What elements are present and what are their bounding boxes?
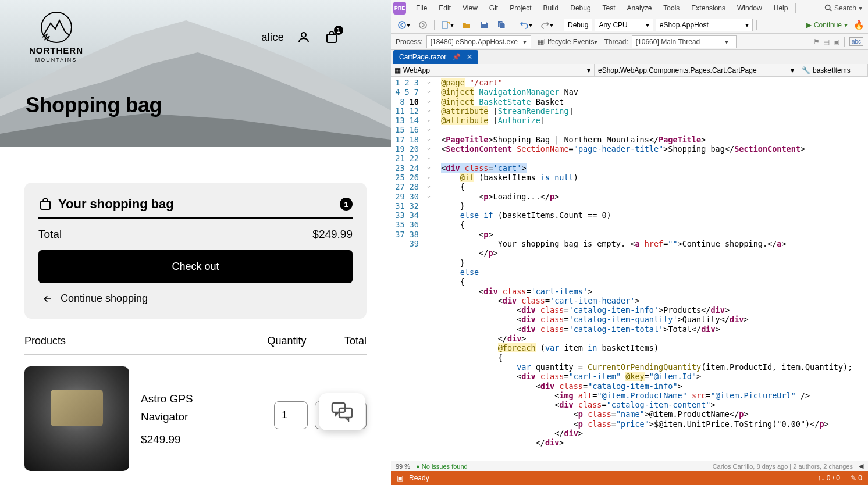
- output-icon[interactable]: ▣: [397, 474, 403, 482]
- menu-debug[interactable]: Debug: [565, 2, 596, 15]
- menu-extensions[interactable]: Extensions: [686, 2, 731, 15]
- product-name-2[interactable]: Navigator: [141, 410, 274, 425]
- vs-statusbar: ▣ Ready ↑↓ 0 / 0 ✎ 0: [391, 471, 868, 485]
- page-title: Shopping bag: [26, 93, 162, 117]
- continue-button[interactable]: ▶ Continue ▾: [806, 21, 848, 29]
- cart-item-row: Astro GPS Navigator $249.99 Update: [24, 354, 367, 471]
- menu-help[interactable]: Help: [769, 2, 794, 15]
- redo-button[interactable]: ▾: [538, 19, 556, 31]
- code-editor[interactable]: 1 2 3 4 5 7 8 10 11 12 13 14 15 16 17 18…: [391, 77, 868, 461]
- items-header: Products Quantity Total: [24, 335, 367, 354]
- menu-project[interactable]: Project: [504, 2, 536, 15]
- nav-member[interactable]: 🔧basketItems: [798, 64, 868, 76]
- open-button[interactable]: [459, 19, 474, 31]
- nav-fwd-button[interactable]: [415, 19, 431, 31]
- vs-debug-toolbar: Process: [18480] eShop.AppHost.exe▾ ▦ Li…: [391, 34, 868, 50]
- account-icon[interactable]: [296, 29, 312, 45]
- menu-test[interactable]: Test: [597, 2, 621, 15]
- bag-icon: [38, 197, 52, 211]
- close-icon[interactable]: ✕: [467, 53, 472, 61]
- vs-menubar: PRE File Edit View Git Project Build Deb…: [391, 0, 868, 16]
- thread-label: Thread:: [604, 38, 628, 46]
- svg-rect-2: [327, 34, 336, 42]
- cart-summary-card: Your shopping bag 1 Total $249.99 Check …: [24, 183, 367, 319]
- menu-build[interactable]: Build: [538, 2, 564, 15]
- continue-shopping-label: Continue shopping: [61, 293, 148, 305]
- nav-project[interactable]: ▦ WebApp▾: [391, 64, 595, 76]
- total-value: $249.99: [312, 228, 353, 241]
- vs-toolbar: ▾ ▾ ▾ ▾ Debug Any CPU▾ eShop.AppHost▾ ▶ …: [391, 16, 868, 34]
- process-dropdown[interactable]: [18480] eShop.AppHost.exe▾: [426, 35, 531, 48]
- startup-dropdown[interactable]: eShop.AppHost▾: [656, 19, 753, 31]
- col-quantity: Quantity: [249, 335, 325, 347]
- menu-git[interactable]: Git: [484, 2, 503, 15]
- continue-shopping-link[interactable]: Continue shopping: [38, 283, 353, 305]
- line-gutter: 1 2 3 4 5 7 8 10 11 12 13 14 15 16 17 18…: [391, 77, 427, 461]
- ready-label: Ready: [409, 474, 429, 482]
- arrow-left-icon: [42, 293, 54, 305]
- menu-edit[interactable]: Edit: [433, 2, 456, 15]
- frame-icon[interactable]: ▣: [833, 38, 839, 46]
- brand-sub: — MOUNTAINS —: [26, 57, 86, 63]
- search-icon: [824, 4, 832, 12]
- svg-rect-3: [41, 201, 50, 209]
- svg-point-7: [399, 22, 405, 28]
- col-products: Products: [24, 335, 249, 347]
- menu-file[interactable]: File: [411, 2, 432, 15]
- process-label: Process:: [396, 38, 423, 46]
- svg-rect-10: [482, 22, 486, 24]
- undo-button[interactable]: ▾: [517, 19, 535, 31]
- vs-navbar: ▦ WebApp▾ eShop.WebApp.Components.Pages.…: [391, 64, 868, 77]
- username[interactable]: alice: [261, 31, 284, 44]
- checkout-button[interactable]: Check out: [38, 250, 353, 283]
- chat-icon: [330, 401, 354, 422]
- save-all-button[interactable]: [494, 19, 509, 31]
- product-name-1[interactable]: Astro GPS: [141, 392, 274, 406]
- product-image[interactable]: [24, 366, 129, 471]
- product-price: $249.99: [141, 433, 274, 446]
- svg-point-6: [826, 5, 830, 10]
- menu-view[interactable]: View: [457, 2, 483, 15]
- brand-logo[interactable]: NORTHERN — MOUNTAINS —: [26, 12, 87, 64]
- cart-icon[interactable]: 1: [323, 29, 340, 45]
- issues-indicator[interactable]: ● No issues found: [416, 463, 468, 470]
- new-item-button[interactable]: ▾: [438, 19, 457, 31]
- thread-dropdown[interactable]: [10660] Main Thread▾: [632, 35, 737, 48]
- menu-window[interactable]: Window: [732, 2, 767, 15]
- vs-app-icon[interactable]: PRE: [393, 2, 406, 15]
- flag-icon[interactable]: ⚑: [813, 38, 820, 46]
- menu-tools[interactable]: Tools: [658, 2, 685, 15]
- card-count-badge: 1: [340, 198, 353, 211]
- scroll-left-icon[interactable]: ◀: [859, 462, 863, 470]
- total-label: Total: [38, 228, 62, 241]
- nav-back-button[interactable]: ▾: [394, 19, 413, 31]
- col-total: Total: [325, 335, 367, 347]
- config-dropdown[interactable]: Debug: [564, 19, 592, 31]
- pin-icon[interactable]: 📌: [452, 53, 461, 61]
- svg-rect-9: [442, 22, 447, 28]
- nav-class[interactable]: eShop.WebApp.Components.Pages.Cart.CartP…: [595, 64, 798, 76]
- vs-search[interactable]: Search ▾: [821, 4, 866, 12]
- git-sync[interactable]: ↑↓ 0 / 0: [817, 474, 840, 482]
- editor-tab[interactable]: CartPage.razor 📌 ✕: [393, 50, 478, 64]
- svg-point-1: [301, 33, 306, 37]
- quantity-input[interactable]: [274, 401, 308, 429]
- cart-badge: 1: [334, 26, 343, 35]
- mountain-logo-icon: [39, 12, 74, 44]
- fold-column[interactable]: ⌄ ⌄ ⌄ ⌄ ⌄ ⌄ ⌄ ⌄ ⌄ ⌄ ⌄ ⌄ ⌄: [427, 77, 436, 461]
- stack-icon[interactable]: ▤: [823, 38, 830, 46]
- menu-analyze[interactable]: Analyze: [622, 2, 657, 15]
- lifecycle-button[interactable]: ▦ Lifecycle Events ▾: [535, 35, 601, 48]
- platform-dropdown[interactable]: Any CPU▾: [595, 19, 653, 31]
- save-button[interactable]: [476, 19, 492, 31]
- svg-point-8: [419, 22, 426, 28]
- chat-button[interactable]: [319, 393, 365, 430]
- hot-reload-icon[interactable]: 🔥: [853, 20, 865, 30]
- git-changes[interactable]: ✎ 0: [851, 474, 862, 482]
- code-content[interactable]: @page "/cart" @inject NavigationManager …: [436, 77, 868, 461]
- brand-name: NORTHERN: [29, 46, 83, 55]
- visual-studio-panel: PRE File Edit View Git Project Build Deb…: [391, 0, 868, 485]
- zoom-level[interactable]: 99 %: [396, 463, 410, 470]
- abc-icon[interactable]: abc: [849, 37, 863, 46]
- git-blame[interactable]: Carlos Carrillo, 8 days ago | 2 authors,…: [713, 463, 853, 470]
